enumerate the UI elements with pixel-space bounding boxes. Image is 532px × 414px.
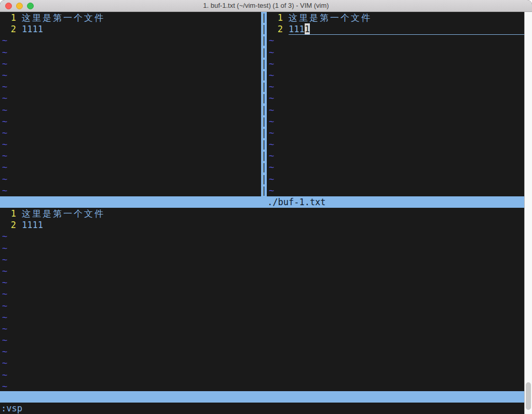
tilde-marker: ~ [267, 92, 274, 104]
empty-line: ~ [0, 277, 524, 288]
empty-line: ~ [0, 162, 261, 173]
zoom-button[interactable] [27, 3, 34, 9]
tilde-marker: ~ [0, 58, 7, 70]
vim-terminal: 1这里是第一个文件21111~~~~~~~~~~~~~~ |||||||||||… [0, 12, 524, 414]
empty-line: ~ [0, 92, 261, 104]
gutter-gap [283, 12, 289, 23]
empty-line: ~ [267, 185, 524, 196]
buffer-text: 1111 [22, 219, 43, 231]
tilde-marker: ~ [0, 369, 7, 381]
tilde-marker: ~ [267, 150, 274, 162]
tilde-marker: ~ [0, 323, 7, 335]
empty-line: ~ [267, 162, 524, 173]
empty-line: ~ [0, 173, 261, 185]
buffer-text: 这里是第一个文件 [22, 12, 105, 23]
window-title: 1. buf-1.txt (~/vim-test) (1 of 3) - VIM… [0, 0, 532, 11]
tilde-marker: ~ [0, 35, 7, 46]
empty-line: ~ [0, 265, 524, 277]
gutter-gap [16, 23, 22, 35]
buffer-text: 这里是第一个文件 [289, 12, 372, 23]
empty-line: ~ [0, 381, 524, 391]
line-number: 1 [267, 12, 283, 23]
separator-row: | [261, 139, 267, 150]
empty-line: ~ [0, 288, 524, 300]
scrollbar-thumb[interactable] [526, 382, 531, 410]
separator-row: | [261, 12, 267, 23]
vertical-split-separator[interactable]: |||||||||||||||| [261, 12, 267, 196]
empty-line: ~ [267, 104, 524, 116]
vim-window-top-left[interactable]: 1这里是第一个文件21111~~~~~~~~~~~~~~ [0, 12, 261, 196]
tilde-marker: ~ [267, 81, 274, 92]
vim-window-top-right[interactable]: 1这里是第一个文件21111~~~~~~~~~~~~~~ [267, 12, 524, 196]
buffer-line: 21111 [0, 219, 524, 231]
tilde-marker: ~ [0, 104, 7, 116]
line-number: 2 [267, 23, 283, 35]
tilde-marker: ~ [267, 47, 274, 58]
buffer-line: 21111 [267, 23, 524, 35]
tilde-marker: ~ [267, 104, 274, 116]
buffer-text: 111 [289, 23, 305, 35]
cursorline-underline [310, 23, 524, 35]
empty-line: ~ [0, 35, 261, 46]
scrollbar[interactable] [524, 12, 532, 414]
buffer-line: 21111 [0, 23, 261, 35]
line-number: 2 [0, 23, 16, 35]
empty-line: ~ [0, 70, 261, 81]
command-line[interactable]: :vsp [0, 403, 524, 414]
empty-line: ~ [267, 47, 524, 58]
tilde-marker: ~ [267, 162, 274, 173]
separator-row: | [261, 104, 267, 116]
tilde-marker: ~ [0, 70, 7, 81]
tilde-marker: ~ [0, 173, 7, 185]
cursor-block: 1 [305, 23, 310, 35]
tilde-marker: ~ [0, 243, 7, 254]
tilde-marker: ~ [0, 185, 7, 196]
tilde-marker: ~ [267, 185, 274, 196]
tilde-marker: ~ [0, 357, 7, 369]
empty-line: ~ [0, 312, 524, 323]
empty-line: ~ [267, 35, 524, 46]
gutter-gap [16, 12, 22, 23]
separator-row: | [261, 150, 267, 162]
tilde-marker: ~ [267, 35, 274, 46]
tilde-marker: ~ [0, 277, 7, 288]
statusline-top: ./buf-1.txt ./buf-1.txt [0, 196, 524, 208]
close-button[interactable] [5, 3, 12, 9]
minimize-button[interactable] [16, 3, 23, 9]
buffer-line: 1这里是第一个文件 [0, 208, 524, 219]
empty-line: ~ [0, 357, 524, 369]
tilde-marker: ~ [267, 139, 274, 150]
gutter-gap [16, 219, 22, 231]
tilde-marker: ~ [0, 81, 7, 92]
vim-window-bottom[interactable]: 1这里是第一个文件21111~~~~~~~~~~~~~~ [0, 208, 524, 391]
tilde-marker: ~ [0, 300, 7, 312]
top-split: 1这里是第一个文件21111~~~~~~~~~~~~~~ |||||||||||… [0, 12, 524, 196]
separator-row: | [261, 58, 267, 70]
separator-row: | [261, 81, 267, 92]
tilde-marker: ~ [0, 254, 7, 265]
empty-line: ~ [267, 116, 524, 127]
empty-line: ~ [0, 81, 261, 92]
tilde-marker: ~ [267, 70, 274, 81]
empty-line: ~ [0, 346, 524, 357]
separator-row: | [261, 35, 267, 46]
tilde-marker: ~ [0, 265, 7, 277]
gutter-gap [16, 208, 22, 219]
empty-line: ~ [267, 81, 524, 92]
tilde-marker: ~ [0, 288, 7, 300]
separator-row: | [261, 173, 267, 185]
separator-row: | [261, 23, 267, 35]
separator-row: | [261, 92, 267, 104]
empty-line: ~ [267, 58, 524, 70]
empty-line: ~ [0, 300, 524, 312]
empty-line: ~ [267, 173, 524, 185]
tilde-marker: ~ [0, 231, 7, 242]
empty-line: ~ [0, 254, 524, 265]
empty-line: ~ [267, 127, 524, 139]
empty-line: ~ [0, 231, 524, 242]
separator-row: | [261, 70, 267, 81]
tilde-marker: ~ [0, 335, 7, 346]
line-number: 1 [0, 12, 16, 23]
buffer-line: 1这里是第一个文件 [267, 12, 524, 23]
traffic-lights [5, 3, 34, 9]
